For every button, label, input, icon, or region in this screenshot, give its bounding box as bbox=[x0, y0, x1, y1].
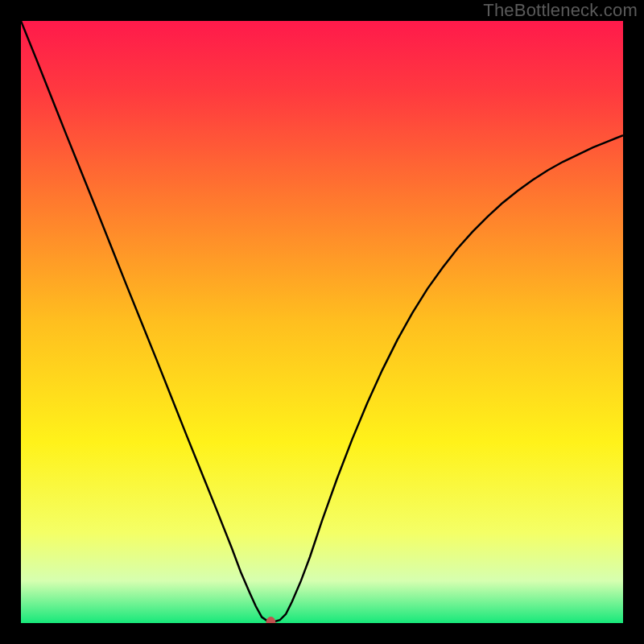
watermark-text: TheBottleneck.com bbox=[483, 0, 638, 21]
gradient-background bbox=[21, 21, 623, 623]
plot-frame bbox=[21, 21, 623, 623]
chart-container: TheBottleneck.com bbox=[0, 0, 644, 644]
bottleneck-chart bbox=[21, 21, 623, 623]
